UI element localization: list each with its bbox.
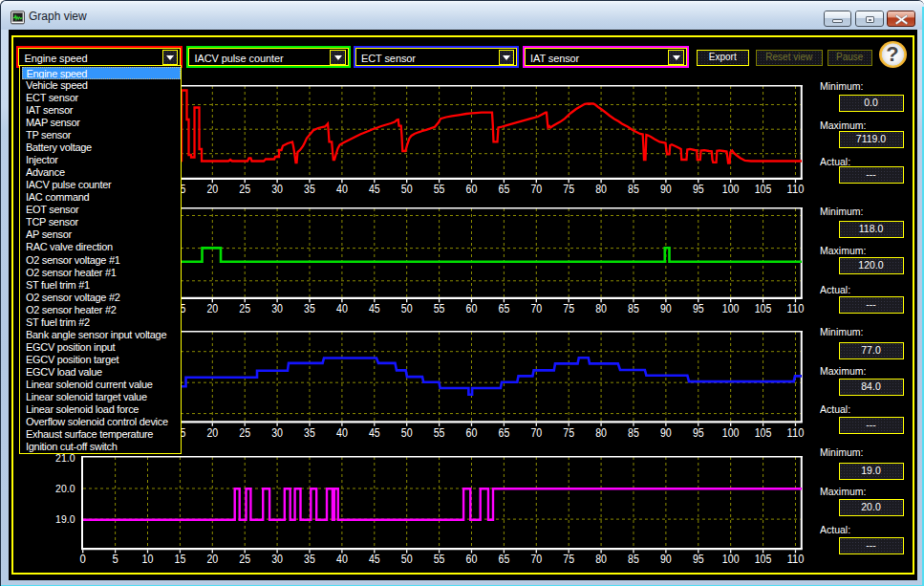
svg-text:40: 40 <box>336 425 348 440</box>
svg-text:105: 105 <box>755 425 772 440</box>
svg-text:45: 45 <box>369 182 380 196</box>
svg-text:40: 40 <box>336 301 348 315</box>
svg-text:90: 90 <box>660 552 672 566</box>
svg-text:65: 65 <box>498 552 509 566</box>
svg-text:35: 35 <box>304 425 315 440</box>
svg-text:45: 45 <box>369 425 380 440</box>
svg-text:50: 50 <box>401 301 413 315</box>
svg-text:5: 5 <box>112 552 118 566</box>
svg-text:70: 70 <box>530 182 542 196</box>
svg-text:50: 50 <box>401 182 413 196</box>
svg-text:55: 55 <box>434 425 445 440</box>
svg-text:80: 80 <box>595 182 607 196</box>
svg-text:45: 45 <box>369 552 380 566</box>
svg-text:20: 20 <box>206 425 218 440</box>
svg-text:45: 45 <box>369 301 380 315</box>
svg-text:60: 60 <box>466 182 478 196</box>
svg-text:35: 35 <box>304 552 315 566</box>
svg-text:100: 100 <box>722 182 740 196</box>
svg-text:85: 85 <box>628 552 639 566</box>
svg-text:25: 25 <box>239 552 250 566</box>
svg-text:15: 15 <box>175 552 186 566</box>
svg-text:110: 110 <box>787 301 805 315</box>
svg-text:85: 85 <box>628 301 639 315</box>
svg-text:19.0: 19.0 <box>55 514 75 525</box>
svg-text:10: 10 <box>142 552 154 566</box>
svg-text:35: 35 <box>304 182 315 196</box>
svg-text:40: 40 <box>336 182 348 196</box>
svg-text:95: 95 <box>693 301 704 315</box>
svg-text:30: 30 <box>271 425 283 440</box>
svg-text:40: 40 <box>336 552 348 566</box>
svg-text:65: 65 <box>498 182 509 196</box>
svg-text:20: 20 <box>206 301 218 315</box>
svg-text:30: 30 <box>271 182 283 196</box>
svg-text:21.0: 21.0 <box>55 453 75 464</box>
svg-text:90: 90 <box>660 301 672 315</box>
svg-text:95: 95 <box>693 552 704 566</box>
svg-text:60: 60 <box>466 425 478 440</box>
svg-text:85: 85 <box>628 425 639 440</box>
svg-text:80: 80 <box>595 425 607 440</box>
svg-text:60: 60 <box>466 301 478 315</box>
svg-text:95: 95 <box>693 425 704 440</box>
svg-text:20.0: 20.0 <box>55 484 75 494</box>
svg-text:25: 25 <box>239 301 250 315</box>
svg-text:110: 110 <box>787 552 805 566</box>
svg-text:50: 50 <box>401 425 413 440</box>
svg-text:70: 70 <box>530 301 542 315</box>
svg-text:30: 30 <box>271 552 283 566</box>
svg-text:75: 75 <box>563 552 574 566</box>
svg-text:80: 80 <box>595 552 607 566</box>
svg-text:70: 70 <box>530 552 542 566</box>
svg-text:25: 25 <box>239 182 250 196</box>
svg-text:85: 85 <box>628 182 639 196</box>
svg-text:75: 75 <box>563 301 574 315</box>
svg-text:50: 50 <box>401 552 413 566</box>
svg-text:110: 110 <box>787 182 805 196</box>
svg-text:105: 105 <box>755 552 772 566</box>
svg-text:100: 100 <box>722 301 740 315</box>
svg-text:110: 110 <box>787 425 805 440</box>
svg-text:80: 80 <box>595 301 607 315</box>
svg-text:75: 75 <box>563 182 574 196</box>
svg-text:105: 105 <box>755 182 772 196</box>
svg-text:90: 90 <box>660 425 672 440</box>
svg-text:95: 95 <box>693 182 704 196</box>
svg-text:55: 55 <box>434 182 445 196</box>
svg-text:25: 25 <box>239 425 250 440</box>
svg-text:70: 70 <box>530 425 542 440</box>
svg-text:0: 0 <box>80 552 86 566</box>
svg-text:55: 55 <box>434 552 445 566</box>
svg-text:90: 90 <box>660 182 672 196</box>
svg-text:100: 100 <box>722 552 740 566</box>
svg-text:65: 65 <box>498 301 509 315</box>
svg-text:100: 100 <box>722 425 740 440</box>
svg-text:75: 75 <box>563 425 574 440</box>
svg-text:20: 20 <box>206 552 218 566</box>
svg-text:65: 65 <box>498 425 509 440</box>
svg-text:35: 35 <box>304 301 315 315</box>
svg-text:55: 55 <box>434 301 445 315</box>
svg-text:105: 105 <box>755 301 772 315</box>
svg-text:60: 60 <box>466 552 478 566</box>
svg-text:30: 30 <box>271 301 283 315</box>
svg-text:20: 20 <box>206 182 218 196</box>
